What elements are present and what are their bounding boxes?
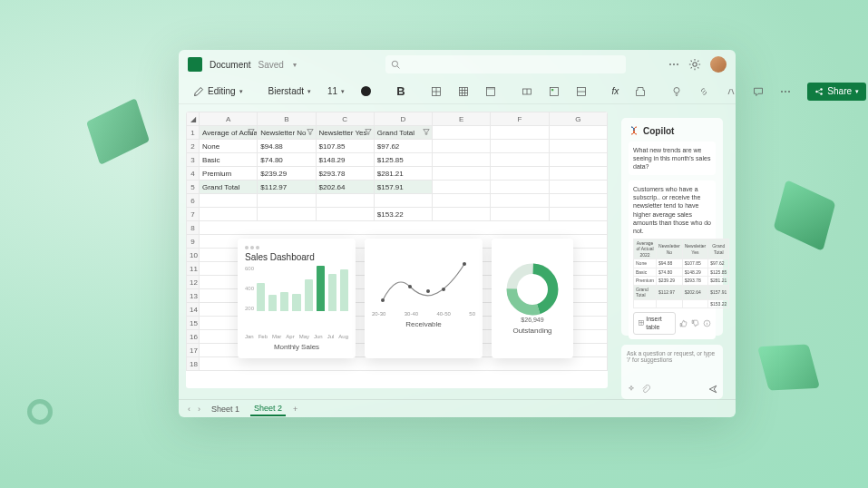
cell[interactable] — [491, 208, 549, 221]
cell[interactable]: $281.21 — [374, 167, 432, 181]
row-header[interactable]: 8 — [187, 221, 200, 235]
chevron-down-icon[interactable]: ▾ — [293, 61, 297, 69]
insert-table-button[interactable] — [453, 83, 474, 101]
pivot-header[interactable]: Grand Total — [374, 126, 432, 140]
row-header[interactable]: 7 — [187, 208, 200, 221]
card-outstanding[interactable]: $26,949 Outstanding — [492, 239, 573, 358]
cell[interactable] — [491, 140, 549, 153]
cell[interactable]: $94.88 — [258, 140, 316, 153]
cell[interactable] — [491, 153, 549, 167]
card-receivable[interactable]: 20-3030-4040-5050 Receivable — [365, 239, 483, 358]
search-input[interactable] — [385, 55, 626, 73]
cell[interactable]: Grand Total — [200, 181, 258, 194]
insert-table-button[interactable]: Insert table — [633, 312, 676, 334]
font-size-select[interactable]: 11 ▾ — [322, 83, 350, 101]
cell[interactable]: $74.80 — [258, 153, 316, 167]
cell[interactable] — [433, 167, 491, 181]
cell[interactable] — [433, 181, 491, 194]
col-header[interactable]: B — [258, 112, 316, 126]
cell[interactable]: $148.29 — [316, 153, 374, 167]
cell[interactable] — [549, 126, 607, 140]
share-button[interactable]: Share ▾ — [807, 83, 866, 101]
row-header[interactable]: 15 — [187, 317, 200, 330]
cell[interactable] — [258, 208, 316, 221]
cell[interactable] — [200, 221, 608, 235]
tab-sheet2[interactable]: Sheet 2 — [250, 402, 286, 416]
cell[interactable]: $112.97 — [258, 181, 316, 194]
col-header[interactable]: C — [316, 112, 374, 126]
cell[interactable] — [549, 194, 607, 208]
sparkle-icon[interactable] — [627, 385, 636, 394]
cell[interactable]: $153.22 — [374, 208, 432, 221]
cell[interactable] — [433, 194, 491, 208]
cell[interactable]: Basic — [200, 153, 258, 167]
font-color-button[interactable] — [356, 83, 376, 101]
cell[interactable] — [316, 194, 374, 208]
cell[interactable] — [549, 208, 607, 221]
cell[interactable] — [491, 167, 549, 181]
col-header[interactable]: F — [491, 112, 549, 126]
format-table-button[interactable] — [480, 83, 502, 101]
sort-button[interactable] — [720, 83, 742, 101]
cell[interactable] — [549, 181, 607, 194]
row-header[interactable]: 6 — [187, 194, 200, 208]
row-header[interactable]: 3 — [187, 153, 200, 167]
doc-title[interactable]: Document — [210, 60, 251, 70]
cell[interactable] — [200, 194, 258, 208]
card-monthly-sales[interactable]: Sales Dashboard 600 400 200 — [238, 239, 356, 358]
ideas-button[interactable] — [666, 83, 688, 101]
row-header[interactable]: 11 — [187, 262, 200, 276]
overflow-button[interactable]: ⋯ — [775, 83, 796, 101]
cell[interactable] — [433, 126, 491, 140]
send-icon[interactable] — [708, 385, 717, 394]
thumbs-down-icon[interactable] — [691, 319, 699, 327]
cell[interactable]: $157.91 — [374, 181, 432, 194]
row-header[interactable]: 1 — [187, 126, 200, 140]
row-header[interactable]: 17 — [187, 344, 200, 357]
filter-icon[interactable] — [365, 128, 372, 135]
cell[interactable] — [433, 208, 491, 221]
font-family-select[interactable]: Bierstadt ▾ — [263, 83, 317, 101]
pivot-header[interactable]: Newsletter Yes — [316, 126, 374, 140]
more-icon[interactable]: ⋯ — [668, 58, 679, 71]
gear-icon[interactable] — [688, 58, 701, 71]
bold-button[interactable]: B — [391, 83, 410, 101]
cell[interactable]: $202.64 — [316, 181, 374, 194]
filter-icon[interactable] — [307, 128, 314, 135]
next-sheet-button[interactable]: › — [198, 405, 200, 414]
cell[interactable] — [433, 153, 491, 167]
cell[interactable] — [549, 167, 607, 181]
select-all-cell[interactable]: ◢ — [187, 112, 200, 126]
prev-sheet-button[interactable]: ‹ — [188, 405, 190, 414]
thumbs-up-icon[interactable] — [679, 319, 688, 327]
cell[interactable] — [491, 126, 549, 140]
formula-button[interactable]: fx — [607, 83, 625, 101]
insert-cells-button[interactable] — [425, 83, 447, 101]
col-header[interactable]: D — [374, 112, 432, 126]
editing-mode-button[interactable]: Editing ▾ — [188, 83, 249, 101]
cell[interactable]: Premium — [200, 167, 258, 181]
cell[interactable]: $97.62 — [374, 140, 432, 153]
cell[interactable] — [374, 194, 432, 208]
row-header[interactable]: 14 — [187, 303, 200, 317]
col-header[interactable]: G — [549, 112, 607, 126]
row-header[interactable]: 13 — [187, 289, 200, 303]
comment-button[interactable] — [747, 83, 769, 101]
row-header[interactable]: 4 — [187, 167, 200, 181]
info-icon[interactable] — [703, 319, 711, 327]
row-header[interactable]: 5 — [187, 181, 200, 194]
addins-button[interactable] — [629, 83, 651, 101]
merge-button[interactable] — [516, 83, 538, 101]
pivot-header[interactable]: Newsletter No — [258, 126, 316, 140]
cell[interactable]: $125.85 — [374, 153, 432, 167]
tab-sheet1[interactable]: Sheet 1 — [208, 403, 243, 415]
row-header[interactable]: 12 — [187, 276, 200, 289]
row-header[interactable]: 10 — [187, 249, 200, 262]
copilot-input-box[interactable]: Ask a question or request, or type '/' f… — [621, 345, 723, 399]
filter-icon[interactable] — [423, 128, 430, 135]
cell[interactable]: None — [200, 140, 258, 153]
attachment-icon[interactable] — [641, 385, 650, 394]
cell-style-button[interactable] — [571, 83, 592, 101]
row-header[interactable]: 2 — [187, 140, 200, 153]
col-header[interactable]: A — [200, 112, 258, 126]
